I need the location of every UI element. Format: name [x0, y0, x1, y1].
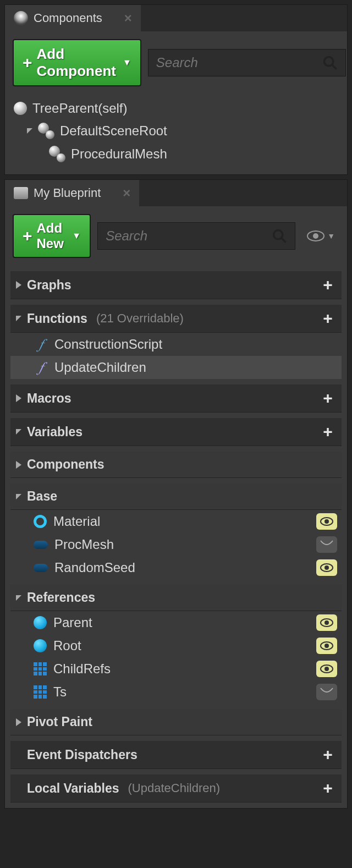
actor-icon — [14, 102, 27, 115]
visibility-toggle[interactable] — [316, 684, 337, 700]
scene-component-icon — [49, 146, 65, 162]
add-graph-button[interactable]: + — [320, 277, 336, 293]
function-item-updatechildren[interactable]: 𝑓 UpdateChildren — [10, 356, 342, 379]
macros-header[interactable]: Macros + — [10, 384, 342, 413]
event-dispatchers-title: Event Dispatchers — [27, 748, 138, 762]
macros-title: Macros — [27, 391, 72, 406]
var-type-icon — [34, 685, 47, 699]
expander-closed-icon[interactable] — [16, 394, 21, 402]
var-group-pivot-paint[interactable]: Pivot Paint — [10, 709, 342, 735]
blueprint-search[interactable] — [97, 222, 295, 250]
svg-point-9 — [324, 565, 329, 570]
var-group-components-title: Components — [27, 457, 105, 472]
expander-closed-icon[interactable] — [16, 281, 21, 289]
variable-label: Root — [53, 638, 81, 653]
visibility-toggle[interactable] — [316, 536, 337, 553]
visibility-toggle[interactable] — [316, 559, 337, 576]
scene-component-icon — [38, 123, 54, 139]
visibility-toggle[interactable] — [316, 614, 337, 631]
expander-open-icon[interactable] — [16, 494, 21, 499]
add-variable-button[interactable]: + — [320, 424, 336, 440]
search-icon — [322, 55, 338, 70]
expander-open-icon[interactable] — [16, 316, 21, 321]
var-type-icon — [34, 616, 47, 629]
function-icon: 𝑓 — [34, 336, 48, 353]
caret-down-icon: ▼ — [72, 231, 81, 241]
var-group-base-title: Base — [27, 489, 57, 504]
tree-self-row[interactable]: TreeParent(self) — [14, 97, 338, 119]
expander-open-icon[interactable] — [27, 128, 32, 134]
functions-title: Functions — [27, 311, 87, 326]
variable-item-ts[interactable]: Ts — [10, 680, 342, 704]
variables-header[interactable]: Variables + — [10, 418, 342, 446]
svg-line-3 — [282, 238, 286, 243]
blueprint-categories: Graphs + Functions (21 Overridable) + 𝑓 … — [5, 271, 347, 808]
function-item-construction[interactable]: 𝑓 ConstructionScript — [10, 333, 342, 356]
blueprint-tab-bar: My Blueprint × — [5, 180, 347, 206]
tree-self-label: TreeParent(self) — [32, 101, 128, 116]
svg-point-7 — [324, 519, 329, 524]
variable-item-material[interactable]: Material — [10, 510, 342, 533]
visibility-toggle[interactable] — [316, 661, 337, 677]
svg-point-15 — [324, 667, 329, 671]
variable-item-randomseed[interactable]: RandomSeed — [10, 556, 342, 579]
blueprint-tab[interactable]: My Blueprint × — [5, 180, 139, 206]
components-tree: TreeParent(self) DefaultSceneRoot Proced… — [5, 94, 347, 174]
graphs-title: Graphs — [27, 278, 72, 293]
blueprint-tab-title: My Blueprint — [34, 186, 101, 200]
expander-closed-icon[interactable] — [16, 461, 21, 469]
add-function-button[interactable]: + — [320, 310, 336, 327]
plus-icon: + — [23, 227, 32, 245]
add-component-button[interactable]: + Add Component ▼ — [13, 39, 141, 86]
variable-item-procmesh[interactable]: ProcMesh — [10, 533, 342, 556]
var-type-icon — [34, 515, 47, 528]
components-search-input[interactable] — [156, 55, 322, 70]
tree-root-row[interactable]: DefaultSceneRoot — [14, 119, 338, 142]
var-type-icon — [34, 564, 48, 572]
tree-child-label: ProceduralMesh — [71, 146, 167, 162]
components-panel: Components × + Add Component ▼ TreeParen… — [4, 4, 348, 175]
var-group-components[interactable]: Components — [10, 452, 342, 478]
components-search[interactable] — [148, 49, 346, 76]
functions-header[interactable]: Functions (21 Overridable) + — [10, 305, 342, 333]
svg-point-13 — [324, 644, 329, 648]
variable-label: ProcMesh — [54, 537, 114, 552]
add-dispatcher-button[interactable]: + — [320, 746, 336, 763]
local-variables-header[interactable]: Local Variables (UpdateChildren) + — [10, 774, 342, 803]
add-local-variable-button[interactable]: + — [320, 780, 336, 796]
blueprint-search-input[interactable] — [106, 228, 272, 244]
var-group-references[interactable]: References — [10, 585, 342, 611]
visibility-toggle[interactable] — [316, 638, 337, 654]
var-type-icon — [34, 662, 47, 675]
close-icon[interactable]: × — [123, 185, 130, 201]
svg-line-1 — [332, 65, 336, 69]
svg-point-11 — [324, 620, 329, 625]
var-group-references-title: References — [27, 590, 95, 605]
svg-point-2 — [274, 230, 283, 239]
local-variables-note: (UpdateChildren) — [128, 781, 220, 795]
event-dispatchers-header[interactable]: Event Dispatchers + — [10, 741, 342, 769]
variable-item-childrefs[interactable]: ChildRefs — [10, 657, 342, 680]
expander-closed-icon[interactable] — [16, 718, 21, 726]
expander-open-icon[interactable] — [16, 429, 21, 435]
variable-item-parent[interactable]: Parent — [10, 611, 342, 634]
var-type-icon — [34, 639, 47, 652]
my-blueprint-panel: My Blueprint × + Add New ▼ ▼ — [4, 179, 348, 809]
expander-open-icon[interactable] — [16, 595, 21, 601]
variable-label: Ts — [53, 684, 67, 700]
variable-item-root[interactable]: Root — [10, 634, 342, 657]
tree-root-label: DefaultSceneRoot — [60, 123, 167, 139]
close-icon[interactable]: × — [124, 10, 132, 26]
var-group-base[interactable]: Base — [10, 484, 342, 510]
add-new-button[interactable]: + Add New ▼ — [13, 214, 91, 258]
components-tab[interactable]: Components × — [5, 5, 141, 31]
add-macro-button[interactable]: + — [320, 390, 336, 406]
caret-down-icon: ▼ — [123, 58, 131, 68]
visibility-toggle[interactable] — [316, 513, 337, 530]
graphs-header[interactable]: Graphs + — [10, 271, 342, 299]
tree-child-row[interactable]: ProceduralMesh — [14, 142, 338, 166]
view-options-button[interactable]: ▼ — [302, 230, 339, 242]
book-icon — [14, 187, 28, 199]
add-new-label: Add New — [37, 221, 66, 251]
variable-label: Parent — [53, 615, 92, 630]
